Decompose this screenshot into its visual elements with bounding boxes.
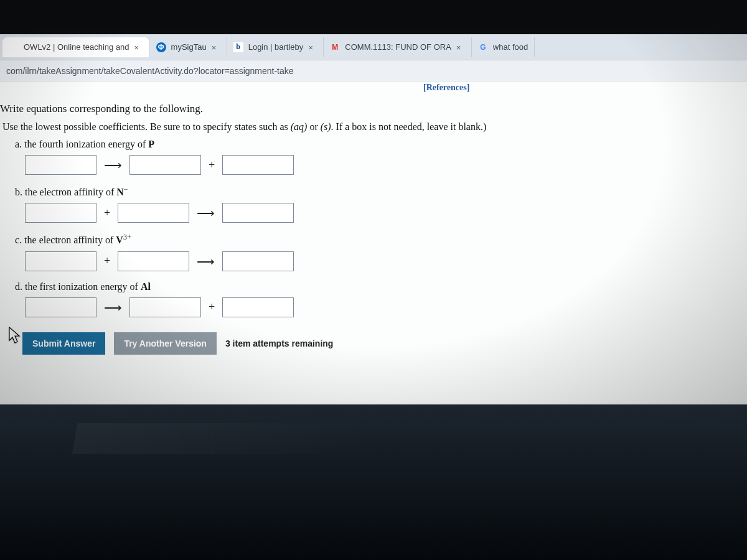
question-d-reactant-input[interactable] <box>25 297 96 317</box>
question-b-equation: + ⟶ <box>25 203 741 223</box>
instr-suffix: . If a box is not needed, leave it blank… <box>331 121 487 132</box>
arrow-icon: ⟶ <box>104 157 122 172</box>
close-icon[interactable]: × <box>134 43 143 52</box>
submit-answer-button[interactable]: Submit Answer <box>22 332 105 355</box>
close-icon[interactable]: × <box>212 43 220 52</box>
owl-favicon <box>9 42 19 52</box>
tab-title: COMM.1113: FUND OF ORA <box>345 42 451 52</box>
close-icon[interactable]: × <box>456 43 465 52</box>
question-a-product2-input[interactable] <box>222 155 294 175</box>
question-d-equation: ⟶ + <box>25 297 741 317</box>
arrow-icon: ⟶ <box>197 254 215 269</box>
question-d-label: d. the first ionization energy of Al <box>15 281 741 292</box>
question-d-product2-input[interactable] <box>222 297 294 317</box>
bartleby-favicon: b <box>233 42 243 52</box>
question-b-reactant2-input[interactable] <box>118 203 189 223</box>
question-d-product1-input[interactable] <box>129 297 201 317</box>
assignment-prompt: Write equations corresponding to the fol… <box>0 103 741 115</box>
browser-urlbar[interactable]: com/ilrn/takeAssignment/takeCovalentActi… <box>0 60 747 82</box>
gmail-favicon <box>330 42 340 52</box>
question-a-label: a. the fourth ionization energy of P <box>15 139 741 150</box>
try-another-version-button[interactable]: Try Another Version <box>114 332 217 355</box>
references-link[interactable]: [References] <box>423 83 469 93</box>
question-c-reactant2-input[interactable] <box>118 251 189 271</box>
question-b-label: b. the electron affinity of N− <box>15 185 741 198</box>
monitor-bezel: OWLv2 | Online teaching and × Φ mySigTau… <box>0 0 747 560</box>
plus-icon: + <box>209 301 215 314</box>
action-button-row: Submit Answer Try Another Version 3 item… <box>22 332 741 355</box>
arrow-icon: ⟶ <box>197 205 215 220</box>
browser-tab-comm1113[interactable]: COMM.1113: FUND OF ORA × <box>324 37 471 57</box>
plus-icon: + <box>104 254 110 268</box>
question-a-reactant-input[interactable] <box>25 155 96 175</box>
instr-or: or <box>307 121 320 132</box>
instr-prefix: Use the lowest possible coefficients. Be… <box>2 121 291 132</box>
plus-icon: + <box>209 159 215 172</box>
tab-title: Login | bartleby <box>248 42 304 52</box>
browser-tab-google-search[interactable]: what food <box>472 37 535 57</box>
browser-tab-bartleby[interactable]: b Login | bartleby × <box>227 37 324 57</box>
question-a-equation: ⟶ + <box>25 155 741 175</box>
plus-icon: + <box>104 207 110 220</box>
close-icon[interactable]: × <box>308 43 317 52</box>
sigtau-favicon: Φ <box>156 42 166 52</box>
assignment-instructions: Use the lowest possible coefficients. Be… <box>2 121 741 133</box>
url-text: com/ilrn/takeAssignment/takeCovalentActi… <box>6 66 294 76</box>
instr-aq: (aq) <box>291 121 308 132</box>
attempts-remaining-text: 3 item attempts remaining <box>225 338 334 348</box>
question-b-reactant1-input[interactable] <box>25 203 96 223</box>
tab-title: what food <box>493 42 528 52</box>
tab-title: OWLv2 | Online teaching and <box>24 42 129 52</box>
question-c-product-input[interactable] <box>222 251 294 271</box>
question-c-equation: + ⟶ <box>25 251 741 271</box>
desk-reflection <box>0 404 747 560</box>
arrow-icon: ⟶ <box>104 300 122 315</box>
assignment-content: [References] Write equations correspondi… <box>0 82 747 404</box>
google-favicon <box>478 42 488 52</box>
screen-viewport: OWLv2 | Online teaching and × Φ mySigTau… <box>0 34 747 404</box>
browser-tab-mysigtau[interactable]: Φ mySigTau × <box>150 37 227 57</box>
instr-s: (s) <box>321 121 331 132</box>
question-c-label: c. the electron affinity of V3+ <box>15 233 741 246</box>
question-c-reactant1-input[interactable] <box>25 251 96 271</box>
question-b-product-input[interactable] <box>222 203 294 223</box>
browser-tabstrip: OWLv2 | Online teaching and × Φ mySigTau… <box>0 34 747 60</box>
question-a-product1-input[interactable] <box>129 155 201 175</box>
browser-tab-owlv2[interactable]: OWLv2 | Online teaching and × <box>2 37 150 57</box>
tab-title: mySigTau <box>171 42 207 52</box>
